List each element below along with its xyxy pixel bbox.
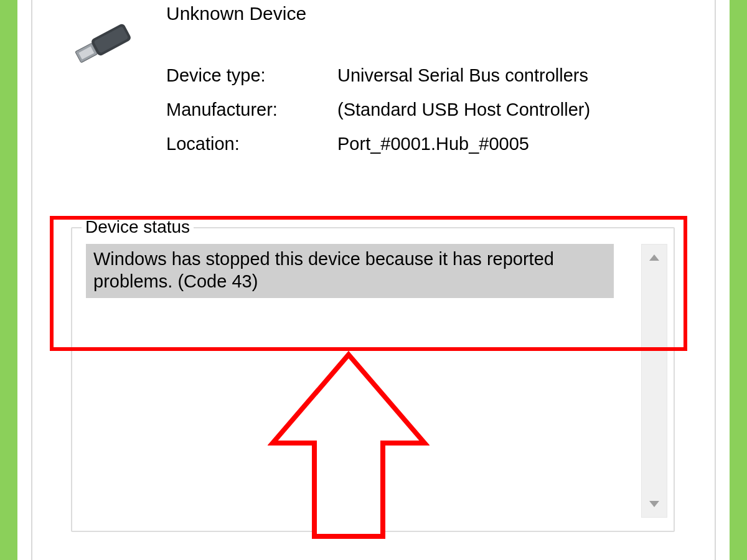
scroll-down-button[interactable] <box>642 491 667 517</box>
label-manufacturer: Manufacturer: <box>166 100 337 120</box>
value-device-type: Universal Serial Bus controllers <box>337 65 588 86</box>
page-border: Unknown Device Device type: Universal Se… <box>0 0 747 560</box>
row-manufacturer: Manufacturer: (Standard USB Host Control… <box>166 100 590 120</box>
scroll-track[interactable] <box>642 271 667 491</box>
svg-marker-4 <box>649 254 659 261</box>
device-status-textarea[interactable]: Windows has stopped this device because … <box>86 244 637 518</box>
device-name: Unknown Device <box>166 3 306 24</box>
device-properties-dialog: Unknown Device Device type: Universal Se… <box>31 0 716 560</box>
row-device-type: Device type: Universal Serial Bus contro… <box>166 65 590 86</box>
label-device-type: Device type: <box>166 65 337 86</box>
device-status-message: Windows has stopped this device because … <box>86 244 614 298</box>
value-location: Port_#0001.Hub_#0005 <box>337 134 529 154</box>
device-status-groupbox: Device status Windows has stopped this d… <box>71 227 675 532</box>
chevron-down-icon <box>649 501 659 507</box>
svg-marker-5 <box>649 501 659 507</box>
device-info: Device type: Universal Serial Bus contro… <box>166 65 590 168</box>
status-scrollbar[interactable] <box>641 244 667 518</box>
usb-device-icon <box>70 22 138 65</box>
value-manufacturer: (Standard USB Host Controller) <box>337 100 590 120</box>
device-status-legend: Device status <box>82 217 194 237</box>
chevron-up-icon <box>649 254 659 261</box>
scroll-up-button[interactable] <box>642 245 667 271</box>
label-location: Location: <box>166 134 337 154</box>
row-location: Location: Port_#0001.Hub_#0005 <box>166 134 590 154</box>
